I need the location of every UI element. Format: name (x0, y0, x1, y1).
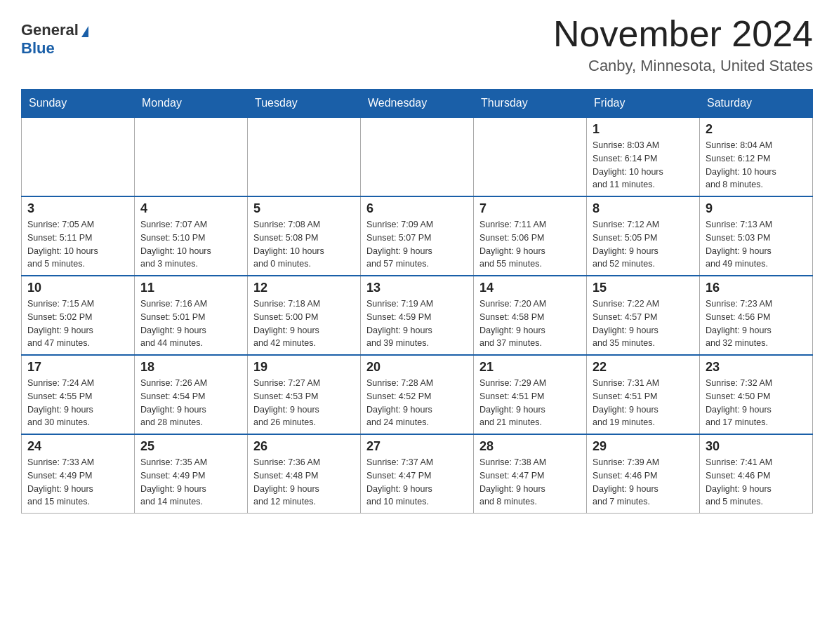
logo-text: General (21, 21, 88, 39)
day-number: 19 (253, 360, 355, 375)
day-number: 1 (593, 122, 694, 137)
day-info: Sunrise: 7:24 AMSunset: 4:55 PMDaylight:… (27, 377, 128, 429)
day-info: Sunrise: 7:15 AMSunset: 5:02 PMDaylight:… (27, 297, 128, 350)
day-info: Sunrise: 7:23 AMSunset: 4:56 PMDaylight:… (706, 297, 807, 350)
day-number: 27 (366, 439, 468, 454)
day-info: Sunrise: 7:05 AMSunset: 5:11 PMDaylight:… (27, 218, 128, 271)
calendar-cell: 10Sunrise: 7:15 AMSunset: 5:02 PMDayligh… (22, 276, 135, 355)
day-number: 5 (253, 201, 355, 216)
calendar-week-row: 24Sunrise: 7:33 AMSunset: 4:49 PMDayligh… (22, 434, 813, 514)
day-number: 24 (27, 439, 128, 454)
calendar-cell: 14Sunrise: 7:20 AMSunset: 4:58 PMDayligh… (474, 276, 587, 355)
calendar-cell (248, 117, 361, 196)
calendar-cell: 22Sunrise: 7:31 AMSunset: 4:51 PMDayligh… (587, 355, 700, 434)
day-info: Sunrise: 8:04 AMSunset: 6:12 PMDaylight:… (706, 139, 807, 192)
title-section: November 2024 Canby, Minnesota, United S… (553, 14, 813, 75)
calendar-week-row: 17Sunrise: 7:24 AMSunset: 4:55 PMDayligh… (22, 355, 813, 434)
day-info: Sunrise: 7:36 AMSunset: 4:48 PMDaylight:… (253, 456, 355, 509)
calendar-cell: 3Sunrise: 7:05 AMSunset: 5:11 PMDaylight… (22, 196, 135, 276)
calendar-cell: 9Sunrise: 7:13 AMSunset: 5:03 PMDaylight… (700, 196, 813, 276)
day-number: 11 (140, 281, 241, 295)
day-info: Sunrise: 7:22 AMSunset: 4:57 PMDaylight:… (593, 297, 694, 350)
day-number: 6 (366, 201, 468, 216)
calendar-cell: 7Sunrise: 7:11 AMSunset: 5:06 PMDaylight… (474, 196, 587, 276)
calendar-cell: 18Sunrise: 7:26 AMSunset: 4:54 PMDayligh… (135, 355, 248, 434)
day-info: Sunrise: 8:03 AMSunset: 6:14 PMDaylight:… (593, 139, 694, 192)
day-number: 12 (253, 281, 355, 295)
location-title: Canby, Minnesota, United States (553, 57, 813, 75)
calendar-cell: 4Sunrise: 7:07 AMSunset: 5:10 PMDaylight… (135, 196, 248, 276)
calendar-header-row: SundayMondayTuesdayWednesdayThursdayFrid… (22, 90, 813, 118)
day-number: 4 (140, 201, 241, 216)
day-number: 18 (140, 360, 241, 375)
calendar-day-header: Saturday (700, 90, 813, 118)
calendar-day-header: Wednesday (361, 90, 474, 118)
day-info: Sunrise: 7:41 AMSunset: 4:46 PMDaylight:… (706, 456, 807, 509)
day-info: Sunrise: 7:07 AMSunset: 5:10 PMDaylight:… (140, 218, 241, 271)
day-info: Sunrise: 7:12 AMSunset: 5:05 PMDaylight:… (593, 218, 694, 271)
day-number: 30 (706, 439, 807, 454)
day-info: Sunrise: 7:16 AMSunset: 5:01 PMDaylight:… (140, 297, 241, 350)
day-number: 7 (479, 201, 581, 216)
day-info: Sunrise: 7:28 AMSunset: 4:52 PMDaylight:… (366, 377, 468, 429)
calendar-cell: 27Sunrise: 7:37 AMSunset: 4:47 PMDayligh… (361, 434, 474, 514)
calendar-cell: 8Sunrise: 7:12 AMSunset: 5:05 PMDaylight… (587, 196, 700, 276)
calendar-cell: 17Sunrise: 7:24 AMSunset: 4:55 PMDayligh… (22, 355, 135, 434)
day-info: Sunrise: 7:38 AMSunset: 4:47 PMDaylight:… (479, 456, 581, 509)
calendar-day-header: Tuesday (248, 90, 361, 118)
calendar-cell: 25Sunrise: 7:35 AMSunset: 4:49 PMDayligh… (135, 434, 248, 514)
day-number: 14 (479, 281, 581, 295)
day-number: 29 (593, 439, 694, 454)
day-number: 28 (479, 439, 581, 454)
calendar-cell (361, 117, 474, 196)
day-info: Sunrise: 7:11 AMSunset: 5:06 PMDaylight:… (479, 218, 581, 271)
calendar-cell: 16Sunrise: 7:23 AMSunset: 4:56 PMDayligh… (700, 276, 813, 355)
day-number: 13 (366, 281, 468, 295)
page-header: General Blue November 2024 Canby, Minnes… (21, 14, 813, 75)
day-number: 21 (479, 360, 581, 375)
calendar-cell: 1Sunrise: 8:03 AMSunset: 6:14 PMDaylight… (587, 117, 700, 196)
day-info: Sunrise: 7:29 AMSunset: 4:51 PMDaylight:… (479, 377, 581, 429)
calendar-cell: 29Sunrise: 7:39 AMSunset: 4:46 PMDayligh… (587, 434, 700, 514)
day-number: 15 (593, 281, 694, 295)
day-number: 22 (593, 360, 694, 375)
day-info: Sunrise: 7:09 AMSunset: 5:07 PMDaylight:… (366, 218, 468, 271)
calendar-week-row: 10Sunrise: 7:15 AMSunset: 5:02 PMDayligh… (22, 276, 813, 355)
day-info: Sunrise: 7:33 AMSunset: 4:49 PMDaylight:… (27, 456, 128, 509)
day-number: 9 (706, 201, 807, 216)
day-number: 10 (27, 281, 128, 295)
calendar-day-header: Sunday (22, 90, 135, 118)
day-number: 16 (706, 281, 807, 295)
calendar-day-header: Thursday (474, 90, 587, 118)
calendar-cell (474, 117, 587, 196)
day-info: Sunrise: 7:31 AMSunset: 4:51 PMDaylight:… (593, 377, 694, 429)
day-info: Sunrise: 7:27 AMSunset: 4:53 PMDaylight:… (253, 377, 355, 429)
calendar-cell: 2Sunrise: 8:04 AMSunset: 6:12 PMDaylight… (700, 117, 813, 196)
day-info: Sunrise: 7:37 AMSunset: 4:47 PMDaylight:… (366, 456, 468, 509)
day-info: Sunrise: 7:26 AMSunset: 4:54 PMDaylight:… (140, 377, 241, 429)
calendar-cell: 30Sunrise: 7:41 AMSunset: 4:46 PMDayligh… (700, 434, 813, 514)
day-number: 8 (593, 201, 694, 216)
day-info: Sunrise: 7:08 AMSunset: 5:08 PMDaylight:… (253, 218, 355, 271)
day-info: Sunrise: 7:20 AMSunset: 4:58 PMDaylight:… (479, 297, 581, 350)
day-number: 3 (27, 201, 128, 216)
day-number: 25 (140, 439, 241, 454)
calendar-cell (135, 117, 248, 196)
day-info: Sunrise: 7:19 AMSunset: 4:59 PMDaylight:… (366, 297, 468, 350)
day-info: Sunrise: 7:18 AMSunset: 5:00 PMDaylight:… (253, 297, 355, 350)
calendar-cell: 28Sunrise: 7:38 AMSunset: 4:47 PMDayligh… (474, 434, 587, 514)
calendar-cell: 24Sunrise: 7:33 AMSunset: 4:49 PMDayligh… (22, 434, 135, 514)
calendar-day-header: Monday (135, 90, 248, 118)
day-info: Sunrise: 7:39 AMSunset: 4:46 PMDaylight:… (593, 456, 694, 509)
calendar-cell: 11Sunrise: 7:16 AMSunset: 5:01 PMDayligh… (135, 276, 248, 355)
calendar-cell: 20Sunrise: 7:28 AMSunset: 4:52 PMDayligh… (361, 355, 474, 434)
calendar-cell: 13Sunrise: 7:19 AMSunset: 4:59 PMDayligh… (361, 276, 474, 355)
calendar-week-row: 1Sunrise: 8:03 AMSunset: 6:14 PMDaylight… (22, 117, 813, 196)
calendar-cell: 26Sunrise: 7:36 AMSunset: 4:48 PMDayligh… (248, 434, 361, 514)
calendar-cell: 23Sunrise: 7:32 AMSunset: 4:50 PMDayligh… (700, 355, 813, 434)
calendar-week-row: 3Sunrise: 7:05 AMSunset: 5:11 PMDaylight… (22, 196, 813, 276)
calendar-table: SundayMondayTuesdayWednesdayThursdayFrid… (21, 89, 813, 514)
calendar-day-header: Friday (587, 90, 700, 118)
calendar-cell: 19Sunrise: 7:27 AMSunset: 4:53 PMDayligh… (248, 355, 361, 434)
day-number: 20 (366, 360, 468, 375)
